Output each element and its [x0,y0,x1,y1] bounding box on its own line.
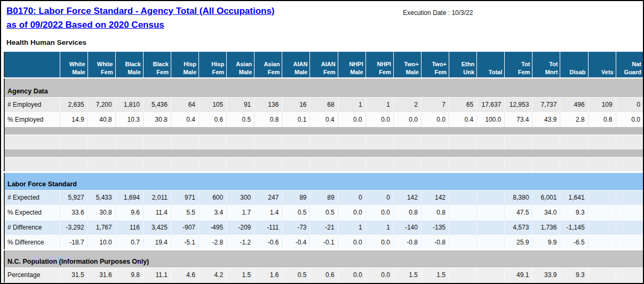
column-header: Ethn Unk [449,52,477,78]
table-cell: 7,200 [88,97,115,112]
column-header: AIAN Fem [310,52,338,78]
report-title-link-line1[interactable]: B0170: Labor Force Standard - Agency Tot… [6,4,275,18]
table-cell: 136 [255,97,282,112]
table-cell: 8,380 [505,190,532,205]
spacer-cell [421,157,449,172]
table-cell: 300 [227,190,255,205]
table-cell: 0.6 [199,112,227,127]
spacer-cell [60,157,88,172]
spacer-cell [60,135,88,149]
row-label: # Expected [4,190,60,205]
table-cell: 33.6 [60,205,88,220]
table-cell: 2.8 [560,112,588,127]
table-cell [449,190,477,205]
table-cell [477,205,505,220]
row-label: % Employed [4,112,60,127]
spacer-cell [393,135,421,149]
table-cell: 142 [393,190,421,205]
table-cell [477,190,505,205]
spacer-cell [449,135,477,149]
spacer-cell [4,127,644,135]
spacer-cell [199,135,227,149]
table-cell [616,220,643,235]
spacer-cell [4,157,60,172]
spacer-cell [532,135,560,149]
column-header: Total [477,52,505,78]
table-cell: 5.5 [171,205,198,220]
column-header: Vets [588,52,616,78]
column-header: White Male [60,52,88,78]
table-cell: 0.0 [338,267,365,282]
table-cell: 7,737 [532,97,560,112]
table-cell: 0.5 [282,267,310,282]
spacer-cell [616,135,643,149]
table-cell: 9.3 [560,267,588,282]
table-cell: 10.3 [115,112,143,127]
table-cell: 89 [282,190,310,205]
table-cell: 30.8 [88,205,115,220]
table-cell: 0.6 [310,267,338,282]
spacer-cell [115,135,143,149]
table-row: Percentage31.531.69.811.14.64.21.51.60.5… [4,267,644,282]
table-cell: 16 [282,97,310,112]
column-header: White Fem [88,52,115,78]
table-cell: 0.4 [171,112,198,127]
table-row: # Difference-3,2921,7671163,425-907-495-… [4,220,644,235]
table-cell: 91 [227,97,255,112]
spacer-cell [143,135,171,149]
table-cell: 9.9 [532,235,560,250]
spacer-cell [143,157,171,172]
report-window: B0170: Labor Force Standard - Agency Tot… [0,0,644,284]
table-cell: 30.8 [143,112,171,127]
section-row-agency-data: Agency Data [4,78,644,97]
table-cell: 14.9 [60,112,88,127]
spacer-cell [255,157,282,172]
column-header: Hisp Male [171,52,198,78]
table-cell: 7 [421,97,449,112]
spacer-cell [477,135,505,149]
spacer-cell [255,135,282,149]
table-cell: 0 [365,190,393,205]
table-cell [616,190,643,205]
table-cell: -6.5 [560,235,588,250]
spacer-row [4,157,644,172]
spacer-cell [560,157,588,172]
table-cell: 1 [365,97,393,112]
column-header: Nat Guard [616,52,643,78]
table-cell: 600 [199,190,227,205]
table-cell: -495 [199,220,227,235]
table-cell: 0.8 [255,112,282,127]
table-cell: 68 [310,97,338,112]
table-cell: 0.0 [616,112,643,127]
table-cell: 5,433 [88,190,115,205]
table-cell [616,235,643,250]
spacer-row [4,135,644,149]
table-cell: 1 [365,220,393,235]
section-label: Agency Data [4,78,644,97]
table-cell: 0.0 [338,205,365,220]
table-cell [588,267,616,282]
spacer-cell [199,157,227,172]
column-header: AIAN Male [282,52,310,78]
table-cell: 4.2 [199,267,227,282]
table-cell: 1,736 [532,220,560,235]
table-row: # Expected5,9275,4331,6942,0119716003002… [4,190,644,205]
column-header: Disab [560,52,588,78]
report-title-link-line2[interactable]: as of 09/2022 Based on 2020 Census [6,18,275,32]
spacer-cell [532,157,560,172]
spacer-cell [88,157,115,172]
table-cell: 142 [421,190,449,205]
table-cell: 47.5 [505,205,532,220]
spacer-cell [4,135,60,149]
table-row: # Employed2,6357,2001,8105,4366410591136… [4,97,644,112]
spacer-cell [449,157,477,172]
table-cell: 17,637 [477,97,505,112]
table-cell: 1.4 [255,205,282,220]
table-cell: 1 [338,97,365,112]
table-cell: 31.5 [60,267,88,282]
table-cell: 9.3 [560,205,588,220]
table-cell: 65 [449,97,477,112]
column-header: Tot Mnrt [532,52,560,78]
column-header: Two+ Fem [421,52,449,78]
spacer-row [4,149,644,157]
